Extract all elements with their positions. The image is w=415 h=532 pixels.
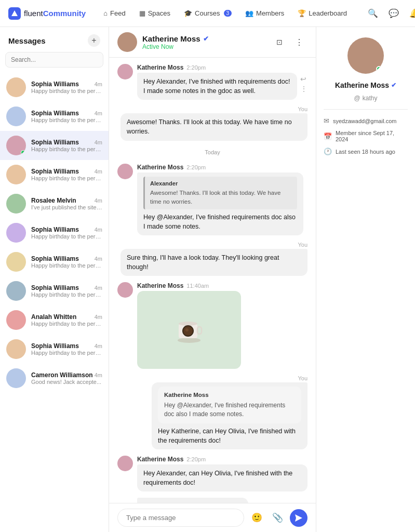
date-divider: Today — [117, 147, 307, 157]
avatar — [6, 77, 26, 97]
conversation-time: 4m — [95, 285, 102, 291]
conversation-time: 4m — [95, 168, 102, 175]
conversation-content: Sophia Williams 4m Happy birthday to the… — [31, 110, 102, 123]
avatar — [6, 107, 26, 126]
conversation-item[interactable]: Sophia Williams 4m Happy birthday to the… — [0, 335, 109, 364]
more-icon[interactable]: ⋮ — [300, 85, 307, 93]
chat-contact-name: Katherine Moss ✔ — [142, 34, 271, 43]
home-icon: ⌂ — [103, 9, 108, 17]
app-name: fluentCommunity — [24, 9, 86, 18]
conversation-item[interactable]: Sophia Williams 4m Happy birthday to the… — [0, 131, 109, 160]
conversation-name: Sophia Williams — [31, 226, 79, 233]
message-group: Katherine Moss 2:20pm Alexander Awesome!… — [117, 164, 307, 236]
message-group: You Sure thing, I'll have a look today. … — [117, 242, 307, 276]
message-group: You Awesome! Thanks. I'll look at this t… — [117, 106, 307, 140]
nav-spaces[interactable]: ▦ Spaces — [134, 7, 176, 20]
avatar — [6, 136, 26, 155]
chat-header: Katherine Moss ✔ Active Now ⊡ ⋮ — [109, 27, 316, 58]
nav-leaderboard[interactable]: 🏆 Leaderboard — [292, 7, 352, 20]
message-time: 2:20pm — [186, 164, 206, 170]
sender-avatar — [117, 164, 133, 179]
svg-point-3 — [179, 322, 197, 326]
search-input[interactable] — [5, 52, 103, 68]
sender-avatar — [117, 282, 133, 298]
contact-handle: @ kathy — [354, 95, 378, 102]
notifications-button[interactable]: 🔔 — [406, 5, 415, 22]
conversation-preview: Happy birthday to the person who at... — [31, 88, 102, 94]
sender-info: Katherine Moss 11:40am — [137, 282, 241, 289]
conversation-content: Sophia Williams 4m Happy birthday to the… — [31, 342, 102, 356]
conversation-item[interactable]: Analah Whitten 4m Happy birthday to the … — [0, 305, 109, 335]
avatar — [6, 223, 26, 243]
nav-courses[interactable]: 🎓 Courses 3 — [179, 7, 237, 20]
you-label: You — [298, 106, 307, 112]
expand-button[interactable]: ⊡ — [271, 34, 288, 50]
conversation-name: Sophia Williams — [31, 284, 79, 291]
send-icon — [295, 514, 302, 522]
chat-messages: Katherine Moss 2:20pm Hey Alexander, I'v… — [109, 58, 316, 503]
logo-icon — [8, 7, 21, 20]
you-label: You — [298, 242, 307, 248]
message-bubble: Alexander Awesome! Thanks. I'll look at … — [137, 172, 303, 236]
image-message — [137, 291, 241, 369]
sender-name: Katherine Moss — [137, 64, 183, 71]
at-icon: @ — [354, 95, 360, 102]
new-message-button[interactable]: + — [88, 34, 100, 47]
search-button[interactable]: 🔍 — [365, 5, 381, 22]
message-time: 11:40am — [186, 283, 209, 289]
reply-icon[interactable]: ↩ — [300, 75, 307, 83]
avatar — [6, 165, 26, 184]
message-input[interactable] — [117, 509, 244, 527]
svg-marker-8 — [295, 514, 302, 522]
sender-info: Katherine Moss 2:20pm — [137, 456, 307, 463]
conversation-name: Sophia Williams — [31, 255, 79, 262]
message-row: Katherine Moss 2:20pm Hey Alexander, can… — [117, 456, 307, 491]
divider — [324, 109, 408, 110]
message-bubble: Hey Alexander, can Hey Olivia, I've fini… — [137, 464, 307, 491]
online-indicator — [376, 66, 382, 72]
conversation-time: 4m — [95, 343, 102, 349]
verified-icon: ✔ — [203, 35, 209, 43]
conversation-item[interactable]: Sophia Williams 4m Happy birthday to the… — [0, 73, 109, 102]
conversation-item[interactable]: Sophia Williams 4m Happy birthday to the… — [0, 160, 109, 189]
conversation-item[interactable]: Rosalee Melvin 4m I've just published th… — [0, 189, 109, 218]
sender-info: Katherine Moss 2:20pm — [137, 64, 307, 71]
message-group: Katherine Moss 2:20pm Hey Alexander, can… — [117, 456, 307, 491]
svg-marker-0 — [11, 10, 18, 16]
emoji-button[interactable]: 🙂 — [248, 510, 265, 526]
messages-button[interactable]: 💬 — [385, 5, 402, 22]
nav-feed[interactable]: ⌂ Feed — [98, 7, 131, 20]
chat-status: Active Now — [142, 43, 271, 50]
conversation-time: 4m — [95, 139, 102, 145]
conversation-content: Sophia Williams 4m Happy birthday to the… — [31, 255, 102, 269]
attachment-button[interactable]: 📎 — [269, 510, 286, 526]
conversation-item[interactable]: Sophia Williams 4m Happy birthday to the… — [0, 102, 109, 131]
conversation-item[interactable]: Sophia Williams 4m Happy birthday to the… — [0, 218, 109, 247]
conversation-item[interactable]: Cameron Williamson 4m Good news! Jack ac… — [0, 364, 109, 393]
sent-message-wrapper: You Katherine Moss Hey @Alexander, I've … — [117, 375, 307, 449]
contact-name: Katherine Moss ✔ — [335, 81, 396, 89]
conversation-time: 4m — [95, 256, 102, 262]
conversation-content: Sophia Williams 4m Happy birthday to the… — [31, 81, 102, 94]
sidebar-header: Messages + — [0, 27, 109, 52]
conversation-time: 4m — [95, 110, 102, 116]
more-options-button[interactable]: ⋮ — [291, 34, 307, 50]
sender-info: Katherine Moss 2:20pm — [137, 164, 303, 171]
svg-rect-7 — [197, 327, 202, 334]
chat-input-area: 🙂 📎 — [109, 503, 316, 532]
courses-badge: 3 — [224, 10, 232, 17]
conversation-content: Sophia Williams 4m Happy birthday to the… — [31, 226, 102, 240]
logo[interactable]: fluentCommunity — [8, 7, 86, 20]
conversation-item[interactable]: Sophia Williams 4m Happy birthday to the… — [0, 276, 109, 305]
conversation-content: Sophia Williams 4m Happy birthday to the… — [31, 168, 102, 181]
message-time: 2:20pm — [186, 64, 206, 71]
message-bubble: Sure thing, I'll have a look today. They… — [121, 249, 307, 276]
conversation-preview: Happy birthday to the person who at... — [31, 262, 102, 269]
conversation-item[interactable]: Sophia Williams 4m Happy birthday to the… — [0, 247, 109, 276]
conversation-content: Cameron Williamson 4m Good news! Jack ac… — [31, 371, 102, 385]
sidebar-title: Messages — [8, 36, 46, 45]
message-content: Katherine Moss 2:20pm Hey Alexander, can… — [137, 456, 307, 491]
send-button[interactable] — [290, 509, 307, 527]
nav-members[interactable]: 👥 Members — [240, 7, 289, 20]
contact-avatar-large — [347, 37, 384, 74]
